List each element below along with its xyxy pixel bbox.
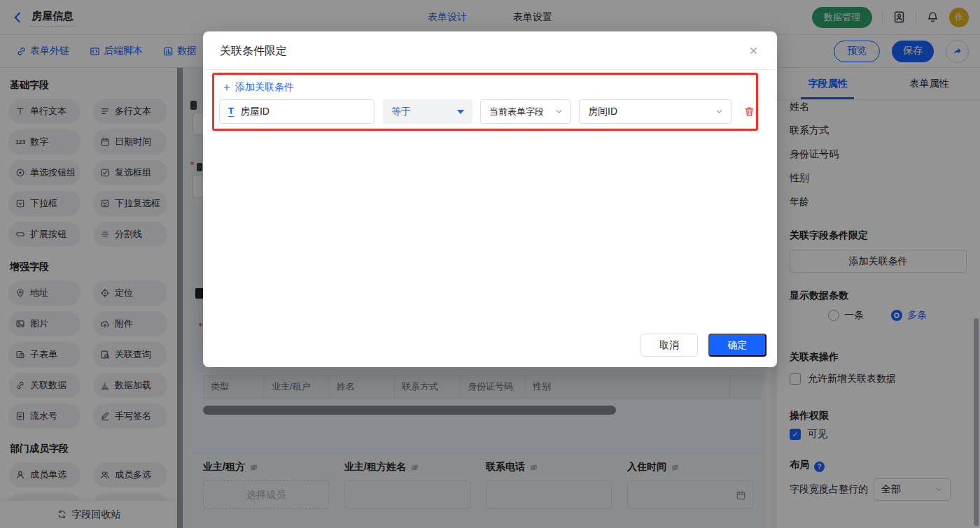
delete-condition-icon[interactable] [743, 106, 755, 117]
caret-down-icon [457, 110, 464, 114]
value-source-select[interactable]: 当前表单字段 [480, 99, 571, 124]
confirm-button[interactable]: 确定 [708, 334, 766, 357]
cancel-button[interactable]: 取消 [640, 334, 698, 357]
plus-icon [223, 83, 231, 92]
condition-row: T 房屋ID 等于 当前表单字段 房间ID [219, 99, 755, 124]
relation-condition-modal: 关联条件限定 添加关联条件 T 房屋ID 等于 当前表单字段 房间ID [203, 31, 777, 367]
modal-header: 关联条件限定 [203, 31, 777, 70]
condition-field-input[interactable]: T 房屋ID [219, 99, 374, 124]
add-condition-link[interactable]: 添加关联条件 [223, 81, 294, 94]
text-field-icon: T [228, 106, 234, 117]
operator-select[interactable]: 等于 [383, 99, 472, 124]
modal-title: 关联条件限定 [220, 31, 287, 70]
chevron-down-icon [554, 107, 564, 116]
target-field-select[interactable]: 房间ID [579, 99, 732, 124]
close-icon[interactable] [748, 45, 759, 56]
app: 房屋信息 表单设计 表单设置 数据管理 作 表单外链 后端脚本 [0, 0, 980, 528]
chevron-down-icon [715, 107, 724, 116]
